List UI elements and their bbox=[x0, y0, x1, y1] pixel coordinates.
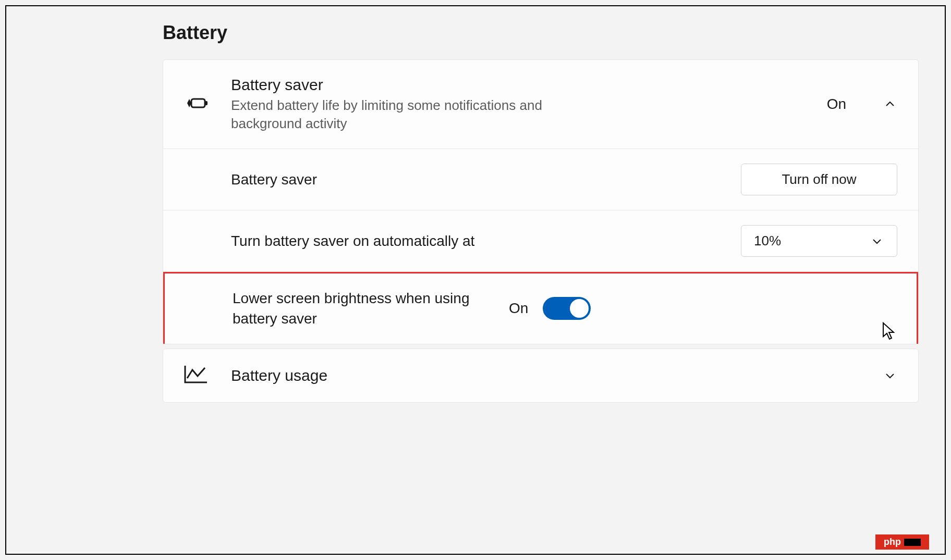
battery-saver-title: Battery saver bbox=[231, 76, 811, 94]
battery-saver-auto-label: Turn battery saver on automatically at bbox=[231, 231, 725, 251]
svg-rect-1 bbox=[205, 101, 208, 105]
lower-brightness-toggle-group: On bbox=[509, 297, 591, 320]
settings-frame: Battery Battery saver Extend batte bbox=[5, 5, 946, 555]
content-wrapper: Battery Battery saver Extend batte bbox=[163, 22, 919, 403]
battery-saver-subtitle: Extend battery life by limiting some not… bbox=[231, 96, 596, 133]
battery-usage-header[interactable]: Battery usage bbox=[163, 349, 918, 402]
battery-usage-panel: Battery usage bbox=[163, 349, 919, 403]
lower-brightness-row: Lower screen brightness when using batte… bbox=[163, 272, 918, 343]
battery-saver-toggle-label: Battery saver bbox=[231, 169, 725, 190]
section-title: Battery bbox=[163, 22, 919, 44]
lower-brightness-label: Lower screen brightness when using batte… bbox=[233, 288, 493, 329]
cursor-icon bbox=[881, 322, 896, 341]
battery-saver-panel: Battery saver Extend battery life by lim… bbox=[163, 59, 919, 344]
lower-brightness-toggle[interactable] bbox=[543, 297, 591, 320]
battery-usage-text: Battery usage bbox=[231, 366, 862, 385]
turn-off-now-button[interactable]: Turn off now bbox=[741, 164, 897, 195]
battery-saver-status: On bbox=[827, 96, 846, 113]
toggle-thumb bbox=[570, 299, 589, 318]
battery-usage-icon bbox=[184, 365, 215, 387]
battery-saver-auto-value: 10% bbox=[754, 233, 781, 249]
battery-saver-text: Battery saver Extend battery life by lim… bbox=[231, 76, 811, 133]
battery-saver-icon bbox=[184, 93, 215, 116]
battery-saver-auto-row: Turn battery saver on automatically at 1… bbox=[163, 210, 918, 272]
battery-saver-header[interactable]: Battery saver Extend battery life by lim… bbox=[163, 60, 918, 149]
chevron-down-icon bbox=[883, 368, 897, 383]
battery-usage-title: Battery usage bbox=[231, 366, 862, 385]
battery-saver-auto-select[interactable]: 10% bbox=[741, 225, 897, 257]
svg-rect-0 bbox=[191, 99, 205, 107]
battery-saver-toggle-row: Battery saver Turn off now bbox=[163, 149, 918, 210]
lower-brightness-status: On bbox=[509, 300, 528, 317]
watermark-text: php bbox=[884, 537, 901, 547]
chevron-down-icon bbox=[870, 234, 884, 248]
watermark: php bbox=[875, 534, 929, 550]
watermark-decoration bbox=[904, 539, 921, 546]
chevron-up-icon bbox=[883, 97, 897, 111]
